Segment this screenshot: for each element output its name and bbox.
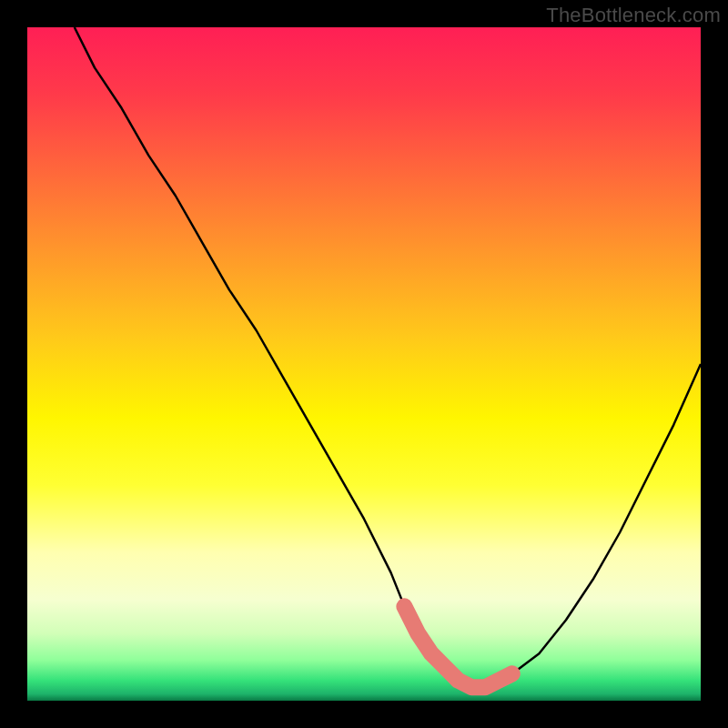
trough-highlight [404, 606, 511, 687]
plot-area [27, 27, 701, 701]
chart-stage: TheBottleneck.com [0, 0, 728, 728]
curve-layer [27, 27, 701, 701]
watermark-text: TheBottleneck.com [546, 4, 721, 27]
bottleneck-curve [75, 27, 701, 687]
